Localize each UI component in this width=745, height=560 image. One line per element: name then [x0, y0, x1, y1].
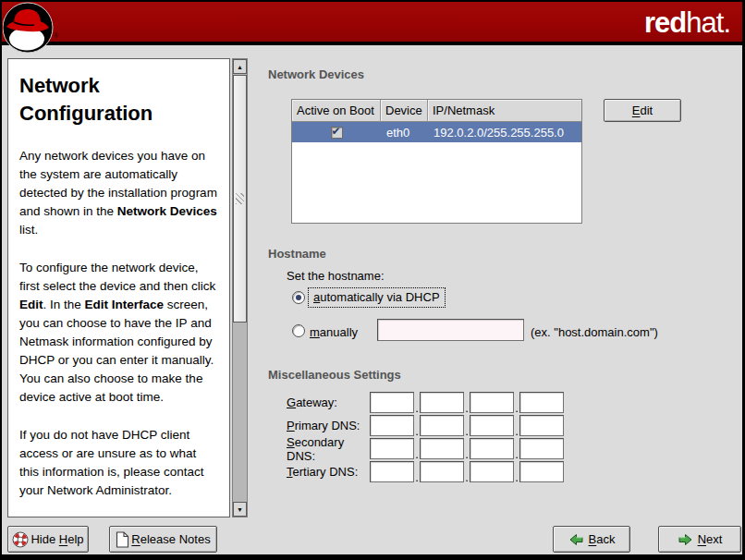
lifesaver-icon	[12, 531, 29, 548]
tertiary-dns-octet-4[interactable]	[519, 461, 564, 482]
help-paragraph-3: If you do not have DHCP client access or…	[19, 426, 219, 500]
secondary-dns-octet-2[interactable]	[420, 438, 464, 459]
column-header-ip-netmask[interactable]: IP/Netmask	[428, 100, 581, 122]
release-notes-button[interactable]: Release Notes	[109, 526, 217, 553]
secondary-dns-label: Secondary DNS:	[287, 435, 370, 463]
back-arrow-icon	[568, 532, 584, 547]
radio-manually[interactable]	[292, 324, 305, 337]
edit-button[interactable]: Edit	[604, 99, 681, 122]
hide-help-button[interactable]: Hide Help	[7, 526, 89, 553]
tertiary-dns-octet-2[interactable]	[420, 461, 464, 482]
secondary-dns-octet-3[interactable]	[470, 438, 514, 459]
primary-dns-row: Primary DNS: . . .	[287, 415, 564, 436]
column-header-device[interactable]: Device	[381, 100, 428, 122]
installer-window: ® redhat. Network Configuration Any netw…	[0, 0, 745, 560]
secondary-dns-row: Secondary DNS: . . .	[287, 438, 564, 459]
gateway-octet-2[interactable]	[420, 392, 464, 413]
back-button[interactable]: Back	[553, 526, 630, 553]
primary-dns-octet-1[interactable]	[370, 415, 414, 436]
ip-netmask-value: 192.0.2.0/255.255.255.0	[428, 126, 581, 140]
misc-section-label: Miscellaneous Settings	[268, 368, 401, 382]
tertiary-dns-octet-3[interactable]	[470, 461, 514, 482]
tertiary-dns-label: Tertiary DNS:	[287, 465, 370, 479]
tertiary-dns-row: Tertiary DNS: . . .	[287, 461, 564, 482]
primary-dns-octet-4[interactable]	[519, 415, 564, 436]
column-header-active-on-boot[interactable]: Active on Boot	[292, 100, 381, 122]
primary-dns-label: Primary DNS:	[287, 419, 370, 432]
scroll-up-icon[interactable]: ▲	[233, 59, 247, 74]
help-scrollbar[interactable]: ▲ ▼	[232, 58, 248, 517]
primary-dns-octet-3[interactable]	[470, 415, 514, 436]
help-paragraph-2: To configure the network device, first s…	[19, 259, 219, 407]
table-row[interactable]: eth0 192.0.2.0/255.255.255.0	[292, 122, 581, 142]
secondary-dns-octet-1[interactable]	[370, 438, 414, 459]
document-icon	[116, 531, 129, 548]
next-button[interactable]: Next	[658, 526, 741, 553]
table-header-row: Active on Boot Device IP/Netmask	[292, 100, 581, 122]
next-arrow-icon	[678, 532, 693, 547]
gateway-octet-3[interactable]	[470, 392, 514, 413]
registered-trademark: ®	[54, 32, 58, 39]
top-banner	[0, 0, 745, 45]
primary-dns-octet-2[interactable]	[420, 415, 464, 436]
gateway-octet-4[interactable]	[519, 392, 564, 413]
hostname-section-label: Hostname	[268, 247, 326, 261]
gateway-label: Gateway:	[287, 396, 370, 409]
scrollbar-thumb[interactable]	[233, 75, 247, 323]
scrollbar-grip	[236, 193, 244, 204]
banner-red-strip	[2, 2, 742, 42]
redhat-shadowman-icon	[3, 2, 55, 54]
help-paragraph-1: Any network devices you have on the syst…	[19, 147, 219, 239]
tertiary-dns-octet-1[interactable]	[370, 461, 414, 482]
radio-manually-label[interactable]: manually	[310, 325, 358, 339]
device-name: eth0	[381, 126, 428, 140]
radio-automatic-dhcp-label[interactable]: automatically via DHCP	[308, 287, 446, 308]
set-hostname-prompt: Set the hostname:	[287, 269, 385, 283]
help-title: Network Configuration	[19, 72, 219, 128]
scroll-down-icon[interactable]: ▼	[233, 502, 247, 517]
help-panel: Network Configuration Any network device…	[7, 58, 230, 517]
redhat-wordmark: redhat.	[644, 6, 730, 40]
hostname-hint: (ex. "host.domain.com")	[531, 325, 658, 339]
gateway-octet-1[interactable]	[370, 392, 414, 413]
hostname-input[interactable]	[377, 319, 524, 341]
secondary-dns-octet-4[interactable]	[519, 438, 564, 459]
network-devices-table[interactable]: Active on Boot Device IP/Netmask eth0 19…	[291, 99, 582, 224]
gateway-row: Gateway: . . .	[287, 392, 564, 413]
radio-automatic-dhcp[interactable]	[292, 291, 305, 304]
active-on-boot-checkbox[interactable]	[331, 127, 343, 139]
network-devices-section-label: Network Devices	[268, 67, 364, 81]
